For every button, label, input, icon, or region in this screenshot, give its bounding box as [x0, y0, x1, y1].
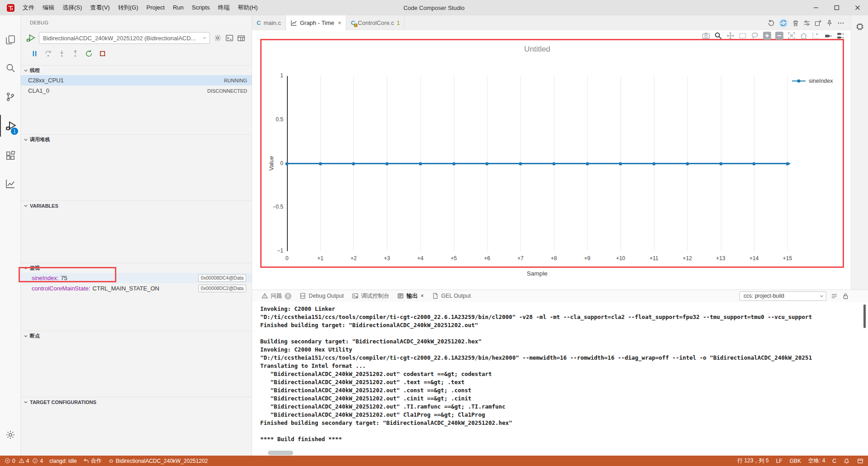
console-line: "BidirectionalACDC_240kW_20251202.out" .…	[260, 386, 862, 395]
watch-value: 75	[61, 275, 67, 281]
watch-row[interactable]: controlCoreMainState: CTRL_MAIN_STATE_ON…	[21, 283, 252, 294]
menu-item[interactable]: 帮助(H)	[234, 0, 262, 15]
console-vertical-scrollbar[interactable]	[863, 304, 866, 328]
menu-item[interactable]: 终端	[214, 0, 234, 15]
clear-trash-icon[interactable]	[792, 19, 799, 27]
extensions-icon[interactable]	[0, 145, 20, 166]
clear-output-icon[interactable]	[831, 293, 838, 300]
menu-item[interactable]: 编辑	[38, 0, 58, 15]
bottom-panel: 问题 8 Debug Output 调试控制台 输出 ×	[252, 290, 868, 456]
new-window-icon[interactable]	[815, 19, 822, 27]
zoom-in-icon[interactable]	[763, 32, 771, 40]
tab-controlcore-c[interactable]: C! ControlCore.c 1	[346, 15, 405, 30]
hover-compare-icon[interactable]	[836, 32, 844, 40]
target-configurations-header[interactable]: TARGET CONFIGURATIONS	[21, 397, 252, 407]
watch-name: controlCoreMainState:	[32, 285, 90, 292]
tab-debug-console[interactable]: 调试控制台	[348, 290, 394, 302]
scroll-lock-icon[interactable]	[842, 293, 849, 300]
indent-indicator[interactable]: 空格: 4	[808, 457, 825, 465]
toggle-spikelines-icon[interactable]	[812, 32, 820, 40]
debug-views-icon[interactable]	[237, 34, 245, 42]
callstack-header[interactable]: 调用堆栈	[21, 134, 252, 144]
close-panel-tab-icon[interactable]: ×	[420, 293, 424, 299]
pin-icon[interactable]	[826, 19, 833, 27]
watch-address-badge: 0x00008DC2@Data	[198, 285, 246, 292]
menu-item[interactable]: 文件	[19, 0, 38, 15]
variables-header[interactable]: VARIABLES	[21, 200, 252, 210]
chart-canvas[interactable]: Untitled Value sineIndex 0+1+2+3+4+5+6+7…	[262, 40, 843, 266]
console-output[interactable]: Invoking: C2000 Linker"D:/ti/ccstheia151…	[252, 302, 862, 450]
settings-gear-icon[interactable]	[0, 424, 20, 446]
debug-start-icon[interactable]	[26, 33, 35, 43]
minimize-icon[interactable]	[806, 0, 826, 15]
refresh-sync-icon[interactable]	[779, 19, 788, 28]
graph-view-icon[interactable]	[0, 173, 20, 195]
lasso-select-icon[interactable]	[751, 32, 759, 40]
explorer-icon[interactable]	[0, 29, 20, 51]
pan-mode-icon[interactable]	[726, 32, 734, 40]
console-horizontal-scrollbar[interactable]	[268, 451, 293, 455]
box-select-icon[interactable]	[739, 32, 747, 40]
hover-closest-icon[interactable]	[824, 32, 832, 40]
target-chip-icon[interactable]	[855, 22, 865, 290]
maximize-icon[interactable]	[826, 0, 847, 15]
chart-y-tick: 0	[263, 160, 283, 166]
cursor-position[interactable]: 行 123，列 5	[737, 457, 768, 465]
encoding-indicator[interactable]: GBK	[790, 458, 801, 464]
menu-item[interactable]: Project	[142, 0, 168, 15]
close-icon[interactable]	[847, 0, 868, 15]
source-control-icon[interactable]	[0, 86, 20, 108]
menu-item[interactable]: 查看(V)	[86, 0, 114, 15]
terminal-icon[interactable]	[225, 34, 234, 42]
layout-panel-icon[interactable]	[857, 458, 863, 464]
chart-x-tick: +5	[451, 255, 457, 262]
step-over-icon[interactable]	[44, 50, 52, 57]
collaboration-status[interactable]: 合作	[83, 457, 102, 465]
menu-item[interactable]: Run	[169, 0, 188, 15]
tab-problems[interactable]: 问题 8	[258, 290, 296, 302]
search-icon[interactable]	[0, 57, 20, 79]
threads-header[interactable]: 线程	[21, 65, 252, 75]
step-into-icon[interactable]	[58, 50, 66, 57]
stop-icon[interactable]	[99, 50, 106, 57]
tab-graph-time[interactable]: Graph - Time ×	[286, 15, 346, 30]
ti-logo-icon	[6, 4, 15, 12]
chart-legend[interactable]: sineIndex	[792, 78, 833, 84]
gear-icon[interactable]	[214, 34, 222, 42]
restart-view-icon[interactable]	[768, 19, 775, 27]
menu-item[interactable]: 转到(G)	[114, 0, 143, 15]
debug-session-status[interactable]: BidirectionalACDC_240kW_20251202	[108, 458, 208, 464]
reset-axes-icon[interactable]	[800, 32, 808, 40]
notifications-bell-icon[interactable]	[844, 458, 850, 464]
debug-config-select[interactable]: BidirectionalACDC_240kW_20251202 (Bidire…	[39, 32, 210, 44]
zoom-out-icon[interactable]	[775, 32, 783, 40]
watch-header[interactable]: 监视	[21, 263, 252, 273]
restart-icon[interactable]	[85, 50, 93, 57]
close-tab-icon[interactable]: ×	[338, 19, 342, 26]
filter-sliders-icon[interactable]	[803, 19, 811, 27]
thread-row[interactable]: CLA1_0 DISCONNECTED	[21, 86, 252, 96]
tab-debug-output[interactable]: Debug Output	[296, 290, 348, 302]
tab-main-c[interactable]: C main.c	[252, 15, 286, 30]
run-debug-icon[interactable]: 1	[0, 115, 20, 137]
step-out-icon[interactable]	[72, 50, 79, 57]
pause-icon[interactable]	[31, 50, 38, 57]
output-channel-select[interactable]: ccs: project-build	[739, 291, 826, 301]
tab-gel-output[interactable]: GEL Output	[428, 290, 475, 302]
menu-item[interactable]: Scripts	[188, 0, 214, 15]
clangd-status[interactable]: clangd: idle	[49, 458, 77, 464]
problems-status[interactable]: 0 4 4	[5, 458, 43, 464]
language-indicator[interactable]: C	[832, 458, 836, 464]
zoom-mode-icon[interactable]	[714, 32, 722, 40]
more-actions-icon[interactable]	[837, 19, 844, 27]
breakpoints-header[interactable]: 断点	[21, 331, 252, 341]
tab-output[interactable]: 输出 ×	[393, 290, 428, 302]
chart-x-tick: +3	[384, 255, 390, 262]
thread-row[interactable]: C28xx_CPU1 RUNNING	[21, 75, 252, 86]
download-plot-icon[interactable]	[702, 32, 710, 40]
eol-indicator[interactable]: LF	[776, 458, 782, 464]
autoscale-icon[interactable]	[787, 32, 796, 40]
watch-row[interactable]: sineIndex: 75 0x00008DC4@Data	[21, 273, 252, 283]
menu-item[interactable]: 选择(S)	[58, 0, 86, 15]
chart-x-tick: +11	[649, 255, 658, 262]
